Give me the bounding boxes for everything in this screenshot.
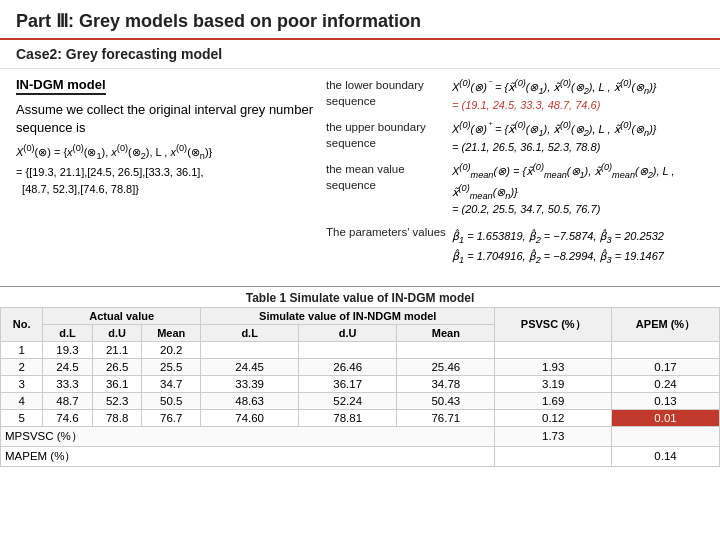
left-formula1: X(0)(⊗) = {x(0)(⊗1), x(0)(⊗2), L , x(0)(…: [16, 141, 316, 164]
mpsvsc-value: 1.73: [495, 426, 612, 446]
col-actual-value: Actual value: [43, 307, 201, 324]
table-row: 574.678.876.774.6078.8176.710.120.01: [1, 409, 720, 426]
parameters-formula: β̂1 = 1.653819, β̂2 = −7.5874, β̂3 = 20.…: [452, 228, 704, 268]
col-psvsc: PSVSC (%）: [495, 307, 612, 341]
mean-value-label: the mean value sequence: [326, 161, 446, 193]
mapem-label: MAPEM (%）: [1, 446, 495, 466]
mpsvsc-row: MPSVSC (%） 1.73: [1, 426, 720, 446]
assume-text: Assume we collect the original interval …: [16, 101, 316, 137]
lower-boundary-formula: X(0)(⊗)⁻ = {x̃(0)(⊗1), x̃(0)(⊗2), L , x̃…: [452, 77, 704, 113]
col-simulate-value: Simulate value of IN-NDGM model: [201, 307, 495, 324]
col-sL: d.L: [201, 324, 299, 341]
page-title: Part Ⅲ: Grey models based on poor inform…: [0, 0, 720, 40]
col-aL: d.L: [43, 324, 93, 341]
col-sMean: Mean: [397, 324, 495, 341]
col-no: No.: [1, 307, 43, 341]
mapem-value: 0.14: [612, 446, 720, 466]
left-formula2: = {[19.3, 21.1],[24.5, 26.5],[33.3, 36.1…: [16, 164, 316, 182]
col-aU: d.U: [92, 324, 142, 341]
model-label: IN-DGM model: [16, 77, 106, 95]
table-row: 119.321.120.2: [1, 341, 720, 358]
upper-boundary-formula: X(0)(⊗)⁺ = {x̃(0)(⊗1), x̃(0)(⊗2), L , x̃…: [452, 119, 704, 155]
parameters-label: The parameters' values: [326, 224, 446, 240]
mapem-row: MAPEM (%） 0.14: [1, 446, 720, 466]
col-apem: APEM (%）: [612, 307, 720, 341]
col-aMean: Mean: [142, 324, 201, 341]
mpsvsc-label: MPSVSC (%）: [1, 426, 495, 446]
table-row: 224.526.525.524.4526.4625.461.930.17: [1, 358, 720, 375]
left-formula3: [48.7, 52.3],[74.6, 78.8]}: [16, 181, 316, 199]
col-sU: d.U: [299, 324, 397, 341]
table-title: Table 1 Simulate value of IN-DGM model: [0, 287, 720, 307]
mean-value-formula: X(0)mean(⊗) = {x̃(0)mean(⊗1), x̃(0)mean(…: [452, 161, 704, 218]
table-row: 448.752.350.548.6352.2450.431.690.13: [1, 392, 720, 409]
upper-boundary-label: the upper boundary sequence: [326, 119, 446, 151]
lower-boundary-label: the lower boundary sequence: [326, 77, 446, 109]
table-row: 333.336.134.733.3936.1734.783.190.24: [1, 375, 720, 392]
section-title: Case2: Grey forecasting model: [0, 40, 720, 69]
